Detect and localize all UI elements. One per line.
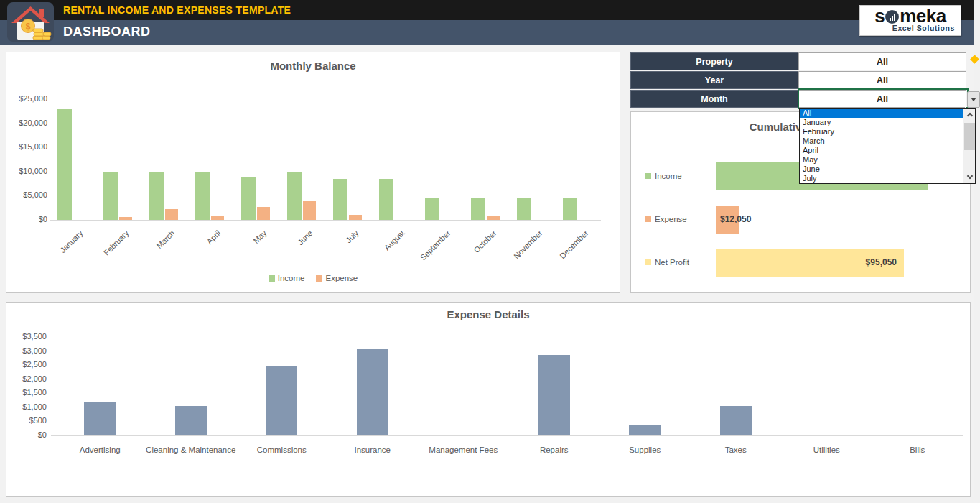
legend-label: Expense (325, 274, 358, 282)
income-bar (149, 172, 164, 220)
dropdown-item-february[interactable]: February (800, 127, 963, 137)
someka-logo: smeka Excel Solutions (859, 5, 961, 36)
dropdown-item-may[interactable]: May (800, 155, 963, 165)
x-axis-category-label: Cleaning & Maintenance (144, 445, 238, 455)
income-bar (287, 172, 302, 220)
scrollbar-thumb[interactable] (964, 123, 975, 150)
expense-category-bar (357, 349, 388, 435)
expense-category-bar (84, 402, 116, 435)
dropdown-item-january[interactable]: January (800, 118, 963, 127)
y-axis-tick-label: $1,500 (6, 388, 47, 397)
income-bar (195, 172, 210, 220)
expense-details-panel: Expense Details $0$500$1,000$1,500$2,000… (6, 302, 971, 497)
legend-label: Income (655, 172, 682, 180)
income-bar (333, 179, 347, 220)
y-axis-tick-label: $1,000 (6, 402, 47, 411)
filter-label-month: Month (630, 90, 798, 108)
x-axis-category-label: Utilities (780, 445, 873, 455)
expense-bar (165, 209, 178, 220)
filter-value-property[interactable]: All (798, 52, 966, 70)
x-axis-category-label: Supplies (598, 445, 691, 455)
income-bar (57, 109, 72, 220)
filter-row-property: PropertyAll (630, 52, 968, 70)
y-axis-tick-label: $20,000 (8, 119, 47, 127)
y-axis-tick-label: $0 (8, 215, 47, 223)
filter-row-year: YearAll (630, 71, 968, 89)
window-gutter-right (974, 0, 980, 503)
x-axis-category-label: Commissions (235, 445, 328, 455)
legend-swatch (645, 216, 651, 222)
legend-swatch (645, 259, 651, 265)
legend-label: Income (278, 274, 305, 282)
y-axis-tick-label: $3,000 (6, 346, 47, 355)
income-bar (517, 198, 531, 220)
x-axis-category-label: Repairs (508, 445, 601, 455)
x-axis-category-label: Taxes (689, 445, 783, 455)
legend-item-expense: Expense (316, 274, 358, 282)
scrollbar-down-button[interactable] (963, 171, 976, 183)
filter-label-property: Property (630, 52, 798, 70)
expense-bar (303, 201, 316, 220)
expense-category-bar (629, 425, 661, 435)
filter-value-month[interactable]: All (798, 90, 966, 108)
cumulative-legend-expense: Expense (645, 215, 687, 223)
filter-label-year: Year (630, 71, 798, 89)
chart-legend: IncomeExpense (6, 274, 620, 282)
income-bar (379, 179, 393, 220)
expense-category-bar (266, 366, 297, 435)
net-profit-value-label: $95,050 (775, 257, 897, 267)
y-axis-tick-label: $5,000 (8, 190, 47, 199)
income-bar (563, 198, 577, 220)
scrollbar-up-button[interactable] (963, 109, 976, 121)
expense-bar (257, 207, 270, 220)
month-dropdown-items: AllJanuaryFebruaryMarchAprilMayJuneJuly (800, 109, 963, 183)
x-axis-line (51, 435, 963, 436)
y-axis-tick-label: $2,500 (6, 360, 47, 369)
monthly-balance-title: Monthly Balance (6, 60, 620, 72)
window-gutter-bottom (0, 497, 974, 503)
x-axis-category-label: Advertising (53, 445, 146, 455)
expense-details-title: Expense Details (6, 308, 970, 320)
expense-category-bar (720, 406, 752, 435)
month-dropdown-list: AllJanuaryFebruaryMarchAprilMayJuneJuly (799, 108, 976, 184)
y-axis-tick-label: $500 (6, 416, 47, 425)
y-axis-tick-label: $15,000 (8, 142, 47, 151)
month-dropdown-button[interactable] (967, 91, 980, 108)
house-dollar-icon: $ (7, 2, 54, 42)
dropdown-item-march[interactable]: March (800, 137, 963, 146)
dropdown-arrow-icon (971, 98, 976, 101)
logo-brand: smeka (866, 6, 955, 25)
legend-swatch (645, 173, 651, 179)
dropdown-scrollbar[interactable] (963, 109, 975, 183)
chevron-up-icon (966, 113, 972, 119)
income-bar (425, 198, 439, 220)
dropdown-item-all[interactable]: All (800, 109, 963, 118)
legend-label: Net Profit (655, 258, 689, 267)
svg-text:$: $ (26, 22, 31, 32)
filter-value-year[interactable]: All (798, 71, 966, 89)
dropdown-item-june[interactable]: June (800, 165, 963, 174)
expense-bar (487, 216, 500, 220)
income-bar (471, 198, 485, 220)
dropdown-item-july[interactable]: July (800, 174, 963, 183)
legend-item-income: Income (269, 274, 305, 282)
y-axis-tick-label: $0 (6, 430, 47, 439)
monthly-balance-panel: Monthly Balance $0$5,000$10,000$15,000$2… (6, 52, 620, 293)
expense-category-bar (175, 406, 207, 435)
income-bar (103, 172, 118, 220)
y-axis-tick-label: $2,000 (6, 374, 47, 383)
filter-row-month: MonthAll (630, 90, 968, 108)
expense-bar (349, 215, 362, 220)
cumulative-legend-net-profit: Net Profit (645, 258, 689, 267)
income-bar (241, 177, 256, 220)
y-axis-tick-label: $10,000 (8, 167, 47, 175)
legend-swatch-expense (316, 275, 322, 282)
dropdown-item-april[interactable]: April (800, 146, 963, 155)
cumulative-legend-income: Income (645, 172, 682, 180)
x-axis-category-label: Management Fees (416, 445, 510, 455)
x-axis-category-label: Insurance (326, 445, 419, 455)
chevron-down-icon (966, 173, 972, 179)
legend-label: Expense (655, 215, 687, 223)
expense-category-bar (538, 355, 570, 435)
expense-value-label: $12,050 (720, 214, 751, 224)
